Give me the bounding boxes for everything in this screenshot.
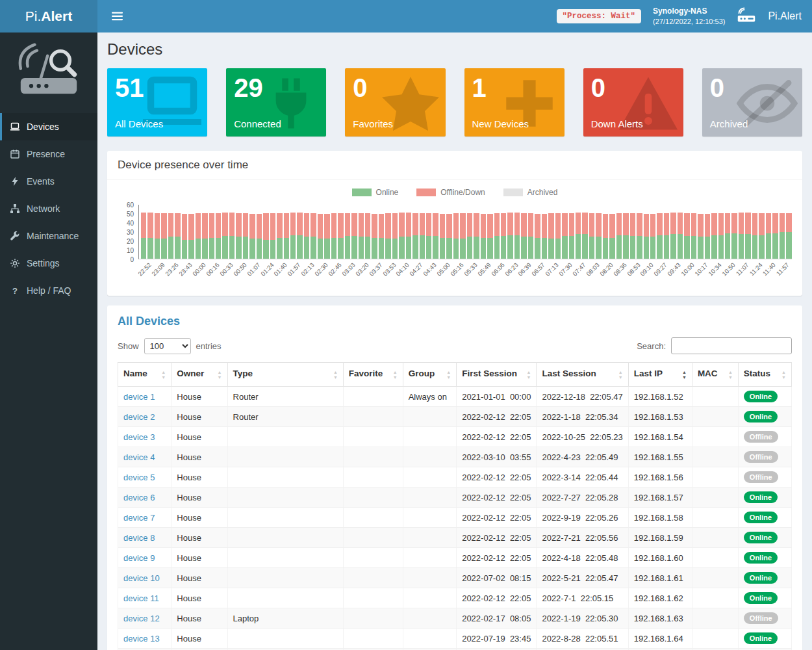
bar-segment-online [603,238,608,259]
device-name-link[interactable]: device 3 [123,432,155,442]
page-title: Devices [107,40,802,58]
stat-card-down-alerts[interactable]: 0Down Alerts [583,68,683,136]
device-name-link[interactable]: device 11 [123,593,159,603]
cell-first-session: 2022-02-12 22:05 [457,528,537,548]
chart-bar [236,213,241,259]
bar-segment-online [270,240,275,259]
bar-segment-offline-down [284,213,289,238]
app-logo[interactable]: Pi.Alert [0,0,97,32]
cell-last-ip: 192.168.1.53 [628,407,692,427]
sidebar-item-settings[interactable]: Settings [0,250,97,277]
column-header-status[interactable]: Status▲▼ [738,363,791,387]
column-header-mac[interactable]: MAC▲▼ [692,363,738,387]
chart-bar [277,213,282,259]
bar-segment-online [555,239,561,259]
device-name-link[interactable]: device 13 [123,634,160,644]
device-name-link[interactable]: device 8 [123,533,155,543]
cell-name: device 10 [118,568,171,588]
bar-segment-offline-down [474,213,479,237]
bar-segment-online [657,235,662,259]
device-name-link[interactable]: device 7 [123,513,155,523]
x-tick-label: 22:52 [137,261,153,278]
bar-segment-online [514,235,520,259]
sidebar-item-maintenance[interactable]: Maintenance [0,222,97,250]
device-name-link[interactable]: device 10 [123,573,160,583]
cell-type [227,447,343,467]
device-name-link[interactable]: device 5 [123,473,155,482]
search-input[interactable] [671,337,792,354]
stat-card-archived[interactable]: 0Archived [702,68,802,136]
device-name-link[interactable]: device 4 [123,452,155,462]
chart-bar [772,213,778,259]
cell-first-session: 2022-02-12 22:05 [457,427,537,447]
bar-segment-online [562,236,567,259]
bar-segment-offline-down [589,213,594,237]
column-header-last-ip[interactable]: Last IP▲▼ [628,363,692,387]
bar-segment-online [433,236,438,259]
bar-segment-online [691,236,696,259]
cell-status: Online [738,568,791,588]
device-name-link[interactable]: device 9 [123,553,155,563]
cell-group [403,488,457,508]
column-header-group[interactable]: Group▲▼ [403,363,457,387]
stat-card-connected[interactable]: 29Connected [226,68,326,136]
column-header-last-session[interactable]: Last Session▲▼ [537,363,628,387]
bar-segment-offline-down [562,213,567,236]
chart-bar [548,213,553,259]
bar-segment-offline-down [576,213,581,235]
chart-bar [501,213,506,259]
nas-info: Synology-NAS (27/12/2022, 12:10:53) [653,6,725,26]
device-name-link[interactable]: device 6 [123,493,155,502]
bar-segment-offline-down [705,214,710,237]
cell-first-session: 2022-02-17 08:05 [457,608,537,629]
chart-bar [392,213,398,259]
stat-card-all-devices[interactable]: 51All Devices [107,68,207,136]
sidebar-item-devices[interactable]: Devices [0,113,97,140]
chart-bar [644,214,649,259]
device-name-link[interactable]: device 1 [123,392,155,402]
chart-bar [188,214,194,259]
page-size-select[interactable]: 100 [144,338,191,354]
bar-segment-online [440,238,445,259]
bar-segment-online [324,239,329,259]
column-header-name[interactable]: Name▲▼ [118,363,171,387]
bar-segment-online [596,237,601,259]
cell-mac [692,568,738,588]
cell-owner: House [171,588,227,608]
sidebar-toggle-icon[interactable] [108,8,127,25]
bar-segment-online [548,239,553,259]
sort-icon: ▲▼ [526,370,531,380]
sort-icon: ▲▼ [682,370,687,380]
sidebar-item-presence[interactable]: Presence [0,140,97,168]
cell-name: device 6 [118,488,171,508]
bar-segment-offline-down [141,213,146,238]
bar-segment-offline-down [664,213,669,235]
bar-segment-offline-down [670,213,676,235]
status-badge: Offline [744,431,778,443]
chart-bar [182,214,187,259]
device-name-link[interactable]: device 2 [123,412,155,422]
stat-value: 1 [472,73,565,103]
stat-card-new-devices[interactable]: 1New Devices [464,68,565,136]
stat-card-favorites[interactable]: 0Favorites [345,68,445,136]
y-tick-label: 50 [127,211,134,218]
cell-last-session: 2022-1-19 22:05.30 [537,608,628,629]
column-header-favorite[interactable]: Favorite▲▼ [343,363,403,387]
bar-segment-offline-down [596,213,601,237]
bar-segment-offline-down [725,213,730,233]
column-header-type[interactable]: Type▲▼ [227,363,343,387]
device-name-link[interactable]: device 12 [123,614,160,623]
chart-bar [372,214,377,259]
cell-type [227,568,343,588]
chart-bar [406,213,411,259]
sidebar-item-help-faq[interactable]: ?Help / FAQ [0,277,97,304]
sidebar-item-events[interactable]: Events [0,168,97,195]
bar-segment-offline-down [630,213,635,236]
column-header-owner[interactable]: Owner▲▼ [171,363,227,387]
cell-status: Online [738,548,791,568]
cell-name: device 5 [118,467,171,488]
bar-segment-offline-down [243,213,248,237]
status-badge: Online [744,491,778,503]
column-header-first-session[interactable]: First Session▲▼ [457,363,537,387]
sidebar-item-network[interactable]: Network [0,195,97,222]
